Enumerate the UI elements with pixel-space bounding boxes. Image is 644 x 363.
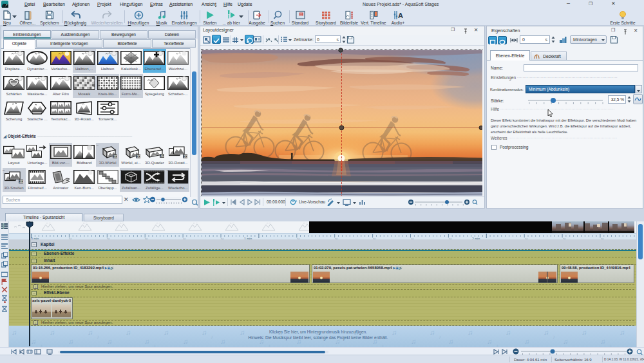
svg-text:3D: 3D [137, 154, 141, 158]
svg-text:3D: 3D [184, 154, 188, 158]
svg-text:3D: 3D [113, 154, 118, 158]
svg-text:3D: 3D [160, 154, 165, 158]
svg-text:3D: 3D [19, 180, 24, 183]
svg-text:A: A [398, 12, 403, 19]
